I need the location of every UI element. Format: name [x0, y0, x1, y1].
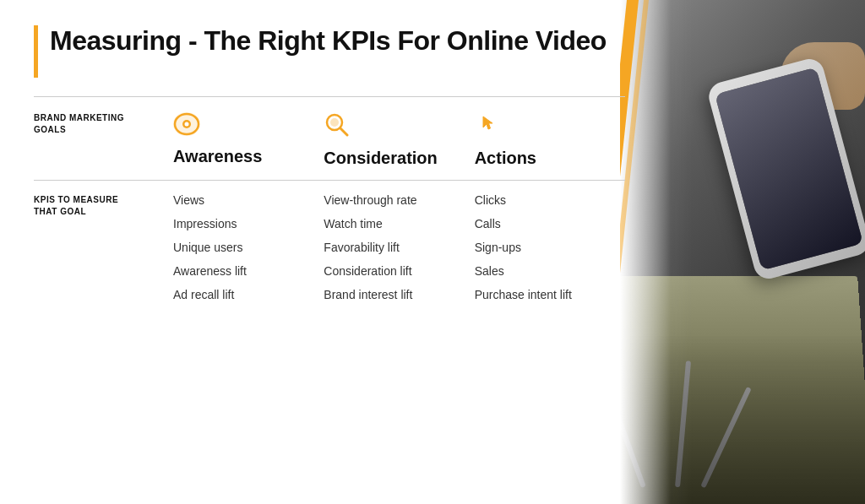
actions-icon	[475, 112, 500, 144]
kpi-brand-interest-lift: Brand interest lift	[324, 289, 474, 301]
content-area: Measuring - The Right KPIs For Online Vi…	[0, 0, 659, 504]
svg-point-5	[330, 118, 339, 127]
kpi-unique-users: Unique users	[173, 241, 324, 253]
kpi-label: KPIs TO MEASURETHAT GOAL	[34, 194, 173, 218]
kpi-awareness-lift: Awareness lift	[173, 265, 324, 277]
goal-actions-col: Actions	[475, 112, 625, 168]
awareness-kpi-col: Views Impressions Unique users Awareness…	[173, 194, 324, 312]
actions-title: Actions	[475, 149, 536, 168]
kpi-view-through-rate: View-through rate	[324, 194, 474, 206]
kpi-clicks: Clicks	[475, 194, 625, 206]
kpi-calls: Calls	[475, 218, 625, 230]
kpis-section: KPIs TO MEASURETHAT GOAL Views Impressio…	[34, 194, 625, 312]
main-container: Measuring - The Right KPIs For Online Vi…	[0, 0, 865, 504]
kpi-watch-time: Watch time	[324, 218, 474, 230]
goals-columns: Awareness Consideration	[173, 112, 625, 168]
kpi-label-col: KPIs TO MEASURETHAT GOAL	[34, 194, 173, 218]
kpi-signups: Sign-ups	[475, 241, 625, 253]
kpi-views: Views	[173, 194, 324, 206]
awareness-icon	[173, 112, 200, 142]
page-title: Measuring - The Right KPIs For Online Vi…	[50, 25, 607, 57]
kpi-columns: Views Impressions Unique users Awareness…	[173, 194, 625, 312]
title-accent-bar	[34, 25, 38, 78]
kpi-ad-recall-lift: Ad recall lift	[173, 289, 324, 301]
svg-point-3	[185, 122, 189, 127]
consideration-kpi-col: View-through rate Watch time Favorabilit…	[324, 194, 474, 312]
brand-goals-label-col: BRAND MARKETINGGOALS	[34, 112, 173, 136]
svg-line-6	[340, 128, 347, 135]
goal-awareness-col: Awareness	[173, 112, 324, 168]
consideration-icon	[324, 112, 349, 144]
actions-kpi-col: Clicks Calls Sign-ups Sales Purchase int…	[475, 194, 625, 312]
middle-divider	[34, 180, 625, 181]
awareness-title: Awareness	[173, 147, 262, 166]
consideration-title: Consideration	[324, 149, 437, 168]
title-section: Measuring - The Right KPIs For Online Vi…	[34, 25, 625, 78]
kpi-consideration-lift: Consideration lift	[324, 265, 474, 277]
brand-goals-label: BRAND MARKETINGGOALS	[34, 112, 173, 136]
top-divider	[34, 96, 625, 97]
kpi-impressions: Impressions	[173, 218, 324, 230]
kpi-sales: Sales	[475, 265, 625, 277]
kpi-favorability-lift: Favorability lift	[324, 241, 474, 253]
kpi-purchase-intent-lift: Purchase intent lift	[475, 289, 625, 301]
goal-consideration-col: Consideration	[324, 112, 474, 168]
brand-goals-section: BRAND MARKETINGGOALS Awareness	[34, 112, 625, 168]
